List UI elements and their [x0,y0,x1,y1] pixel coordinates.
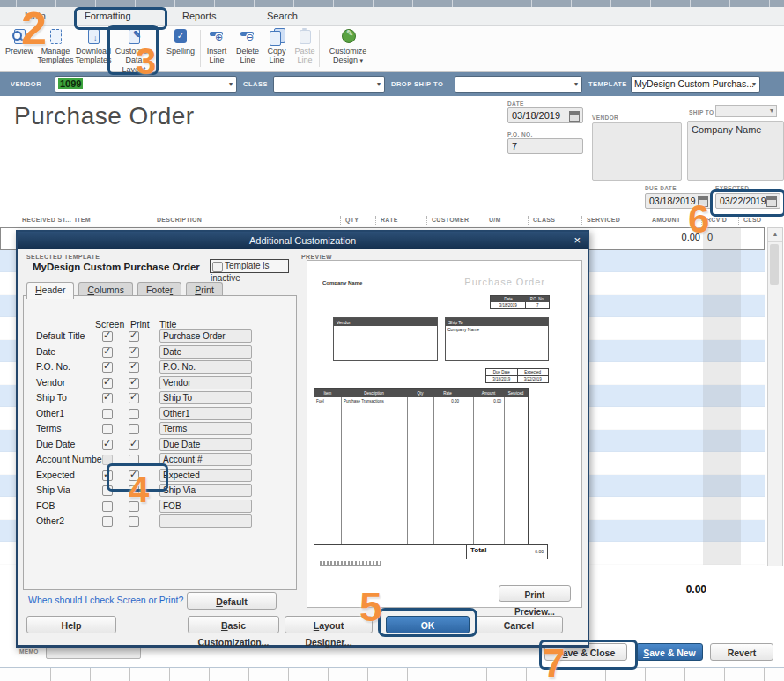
screen-checkbox[interactable] [102,424,113,434]
title-input[interactable]: Other1 [159,407,252,420]
field-row-p-o-no-: P.O. No.P.O. No. [24,359,296,374]
print-checkbox[interactable] [129,440,139,450]
screen-checkbox[interactable] [102,331,113,342]
print-checkbox[interactable] [129,516,139,527]
close-icon[interactable]: × [573,232,581,249]
expected-field[interactable]: 03/22/2019 [715,193,780,209]
template-inactive-checkbox[interactable]: Template is inactive [210,259,289,273]
col-qty[interactable]: QTY [345,217,359,223]
col-rate[interactable]: RATE [381,217,398,223]
help-button[interactable]: Help [26,616,116,633]
screen-checkbox[interactable] [102,393,113,403]
delete-line-button[interactable]: ⊖ Delete Line [233,28,263,65]
screen-checkbox[interactable] [102,501,113,512]
save-new-button[interactable]: Save & New [636,643,703,661]
print-checkbox[interactable] [129,455,139,465]
col-amount[interactable]: AMOUNT [652,217,681,223]
title-input[interactable]: Vendor [159,376,252,389]
due-date-label: DUE DATE [645,185,677,191]
col-serviced[interactable]: SERVICED [587,217,620,223]
print-checkbox[interactable] [129,362,139,373]
checkbox-icon[interactable] [212,262,223,272]
dialog-tab-header[interactable]: Header [26,282,74,299]
screen-checkbox[interactable] [102,516,113,527]
calendar-icon[interactable] [569,111,580,122]
spelling-button[interactable]: ✓ Spelling [163,28,198,56]
tab-main[interactable]: Main [25,7,46,25]
col-customer[interactable]: CUSTOMER [432,217,469,223]
manage-templates-button[interactable]: Manage Templates [37,28,74,65]
copy-line-button[interactable]: Copy Line [263,28,291,65]
vertical-scrollbar[interactable]: ▲ [767,227,783,566]
title-input[interactable]: Expected [159,469,252,482]
preview-button[interactable]: Preview [2,28,37,56]
date-field[interactable]: 03/18/2019 [507,107,583,123]
basic-customization-button[interactable]: Basic Customization... [188,616,279,633]
paste-line-button: Paste Line [291,28,319,65]
print-checkbox[interactable] [129,393,139,403]
title-input[interactable]: Ship To [159,391,252,404]
title-input[interactable]: Terms [159,422,252,435]
screen-checkbox[interactable] [102,378,113,389]
print-checkbox[interactable] [129,485,139,496]
vendor-dropdown[interactable]: 1099 ▾ [55,76,237,93]
tab-formatting[interactable]: Formatting [85,7,131,25]
tab-search[interactable]: Search [267,7,298,25]
tab-reports[interactable]: Reports [182,7,217,25]
title-input[interactable]: P.O. No. [159,360,252,374]
print-checkbox[interactable] [129,378,139,389]
print-checkbox[interactable] [129,331,139,342]
ok-button[interactable]: OK [386,616,470,633]
class-dropdown[interactable]: ▾ [273,76,385,93]
default-button[interactable]: Default [187,592,277,610]
template-dropdown[interactable]: MyDesign Custom Purchas... ▾ [631,76,760,93]
screen-or-print-help-link[interactable]: When should I check Screen or Print? [28,595,183,605]
col-received-status[interactable]: RECEIVED ST... [22,217,71,223]
print-checkbox[interactable] [129,501,139,512]
title-input[interactable]: Due Date [159,438,252,451]
quickbooks-purchase-order-window: Main Formatting Reports Search Preview M… [0,0,784,681]
screen-checkbox[interactable] [102,485,113,496]
col-rcvd[interactable]: RCV'D [706,217,727,223]
layout-designer-button[interactable]: Layout Designer... [285,616,373,633]
vendor-address-box[interactable] [592,122,682,181]
title-input[interactable]: FOB [159,500,252,513]
drop-ship-to-dropdown[interactable]: ▾ [455,76,582,93]
title-input[interactable]: Date [159,345,252,359]
download-templates-button[interactable]: ↓ Download Templates [74,28,113,65]
print-preview-button[interactable]: Print Preview... [499,585,571,602]
memo-label: MEMO [19,648,39,655]
customize-design-button[interactable]: Customize Design ▾ [322,28,374,65]
col-class[interactable]: CLASS [533,217,555,223]
print-checkbox[interactable] [129,347,139,358]
insert-line-button[interactable]: ⊕ Insert Line [202,28,232,65]
col-clsd[interactable]: CLSD [743,217,761,223]
title-input[interactable]: Account # [159,453,252,466]
calendar-icon[interactable] [766,196,777,207]
ship-to-dropdown[interactable]: ▾ [715,105,777,117]
chevron-down-icon: ▾ [574,77,578,92]
screen-checkbox[interactable] [102,362,113,373]
ship-to-address-box[interactable]: Company Name [687,121,784,181]
print-checkbox[interactable] [129,470,139,481]
title-input[interactable]: Purchase Order [159,329,252,343]
col-item[interactable]: ITEM [75,217,91,223]
due-date-field[interactable]: 03/18/2019 [645,193,712,209]
customize-data-layout-button[interactable]: ✎ Customize Data Layout [113,28,155,74]
title-input[interactable] [159,514,252,528]
po-number-field[interactable]: 7 [507,138,583,154]
title-input[interactable]: Ship Via [159,484,252,497]
print-checkbox[interactable] [129,424,139,434]
screen-checkbox[interactable] [102,440,113,450]
screen-checkbox[interactable] [102,409,113,419]
screen-checkbox[interactable] [102,347,113,358]
scroll-up-icon[interactable]: ▲ [768,228,782,242]
screen-checkbox[interactable] [102,455,113,465]
calendar-icon[interactable] [698,196,708,207]
scrollbar-thumb[interactable] [770,244,779,285]
col-description[interactable]: DESCRIPTION [157,217,202,223]
screen-checkbox[interactable] [102,470,113,481]
col-um[interactable]: U/M [489,217,501,223]
revert-button[interactable]: Revert [710,643,773,661]
print-checkbox[interactable] [129,409,139,419]
